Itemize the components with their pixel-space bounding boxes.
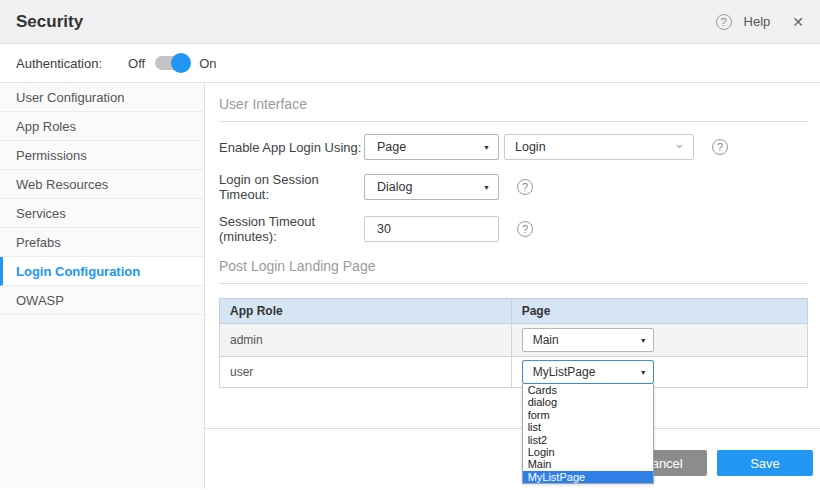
close-icon[interactable]: ✕ [792,14,804,30]
sidebar-item-services[interactable]: Services [0,199,204,228]
column-header-app-role: App Role [220,299,512,324]
role-cell-admin: admin [220,324,512,357]
dropdown-option-dialog[interactable]: dialog [523,396,653,408]
dropdown-option-list2[interactable]: list2 [523,434,653,446]
login-type-value: Page [377,140,406,154]
footer-divider [205,428,820,429]
toggle-knob [171,53,191,73]
admin-page-select[interactable]: Main ▼ [522,328,654,352]
table-header-row: App Role Page [220,299,808,324]
sidebar-item-web-resources[interactable]: Web Resources [0,170,204,199]
main-panel: User Interface Enable App Login Using: P… [205,83,820,489]
sidebar-item-prefabs[interactable]: Prefabs [0,228,204,257]
session-timeout-type-value: Dialog [377,180,412,194]
enable-app-login-label: Enable App Login Using: [219,140,364,155]
page-header: Security ? Help ✕ [0,0,820,44]
page-dropdown-list: Cards dialog form list list2 Login Main … [522,384,654,484]
help-link[interactable]: Help [744,14,771,29]
authentication-toggle[interactable] [155,53,189,73]
dropdown-option-login[interactable]: Login [523,446,653,458]
session-timeout-login-row: Login on Session Timeout: Dialog ▼ ? [219,172,808,202]
session-timeout-type-select[interactable]: Dialog ▼ [364,174,499,200]
section-title-post-login-landing-page: Post Login Landing Page [219,258,808,284]
save-button[interactable]: Save [717,450,813,476]
toggle-off-label: Off [128,56,145,71]
admin-page-value: Main [533,333,559,347]
sidebar: User Configuration App Roles Permissions… [0,83,205,489]
login-page-combobox[interactable]: Login ⌄ [504,134,694,160]
help-icon[interactable]: ? [517,179,533,195]
help-icon[interactable]: ? [517,221,533,237]
session-timeout-minutes-row: Session Timeout (minutes): ? [219,214,808,244]
dropdown-option-main[interactable]: Main [523,458,653,470]
table-row: user MyListPage ▼ Cards dialog form [220,357,808,388]
column-header-page: Page [511,299,807,324]
chevron-down-icon: ▼ [640,337,647,344]
login-page-value: Login [515,140,546,154]
sidebar-item-app-roles[interactable]: App Roles [0,112,204,141]
toggle-on-label: On [199,56,216,71]
sidebar-item-permissions[interactable]: Permissions [0,141,204,170]
authentication-bar: Authentication: Off On [0,44,820,83]
help-icon[interactable]: ? [716,14,732,30]
sidebar-item-owasp[interactable]: OWASP [0,286,204,315]
dropdown-option-form[interactable]: form [523,409,653,421]
authentication-label: Authentication: [16,56,102,71]
chevron-down-icon: ▼ [483,184,490,191]
sidebar-item-login-configuration[interactable]: Login Configuration [0,257,204,286]
table-row: admin Main ▼ [220,324,808,357]
login-on-session-timeout-label: Login on Session Timeout: [219,172,364,202]
chevron-down-icon: ▼ [640,369,647,376]
page-title: Security [16,12,716,32]
help-icon[interactable]: ? [712,139,728,155]
enable-app-login-row: Enable App Login Using: Page ▼ Login ⌄ ? [219,134,808,160]
dropdown-option-cards[interactable]: Cards [523,384,653,396]
session-timeout-input[interactable] [364,216,499,242]
chevron-down-icon: ▼ [483,144,490,151]
chevron-down-icon: ⌄ [674,140,685,148]
user-page-value: MyListPage [533,365,596,379]
user-page-select[interactable]: MyListPage ▼ [522,360,654,384]
sidebar-item-user-configuration[interactable]: User Configuration [0,83,204,112]
role-cell-user: user [220,357,512,388]
dropdown-option-mylistpage[interactable]: MyListPage [523,471,653,483]
session-timeout-label: Session Timeout (minutes): [219,214,364,244]
login-type-select[interactable]: Page ▼ [364,134,499,160]
dropdown-option-list[interactable]: list [523,421,653,433]
landing-page-table: App Role Page admin Main ▼ user [219,298,808,388]
section-title-user-interface: User Interface [219,96,808,122]
